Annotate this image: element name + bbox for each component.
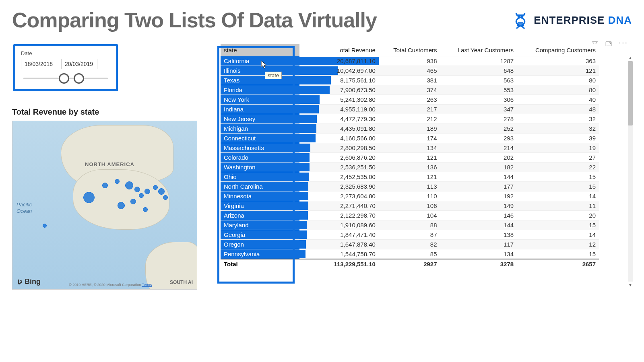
cell-revenue: 4,160,566.00 (299, 134, 378, 143)
cell-last-year-customers: 293 (440, 134, 517, 143)
cell-state: Texas (221, 76, 299, 85)
map-bubble[interactable] (115, 179, 120, 184)
table-row[interactable]: North Carolina2,325,683.9011317715 (221, 182, 599, 191)
table-row[interactable]: Arizona2,122,298.7010414620 (221, 211, 599, 220)
cell-last-year-customers: 553 (440, 85, 517, 95)
cell-comparing-customers: 14 (517, 191, 599, 201)
cell-revenue: 1,544,758.70 (299, 249, 378, 259)
cell-revenue: 2,271,440.70 (299, 201, 378, 211)
table-row[interactable]: Florida7,900,673.5037455380 (221, 85, 599, 95)
table-row[interactable]: Minnesota2,273,604.8011019214 (221, 191, 599, 201)
col-header-state[interactable]: state (221, 44, 299, 56)
col-header-total-customers[interactable]: Total Customers (379, 44, 440, 56)
cell-comparing-customers: 27 (517, 153, 599, 162)
cell-total-customers: 465 (379, 66, 440, 76)
map-terms-link[interactable]: Terms (142, 283, 152, 287)
map-visual[interactable]: NORTH AMERICA SOUTH AI PacificOcean (12, 121, 197, 290)
cell-comparing-customers: 19 (517, 143, 599, 153)
map-bubble[interactable] (43, 224, 47, 228)
total-revenue: 113,229,551.10 (299, 259, 378, 269)
cell-total-customers: 136 (379, 162, 440, 172)
cell-comparing-customers: 80 (517, 85, 599, 95)
table-row[interactable]: Virginia2,271,440.7010614911 (221, 201, 599, 211)
cell-comparing-customers: 15 (517, 249, 599, 259)
map-bubble[interactable] (102, 183, 108, 188)
cell-revenue: 1,847,471.40 (299, 230, 378, 240)
table-row[interactable]: Colorado2,606,876.2012120227 (221, 153, 599, 162)
map-bubble[interactable] (144, 189, 150, 194)
cell-comparing-customers: 15 (517, 220, 599, 230)
date-from-input[interactable]: 18/03/2018 (21, 59, 57, 69)
table-scrollbar[interactable]: ▲ ▼ (628, 61, 633, 282)
map-bubble[interactable] (153, 185, 158, 190)
cell-total-customers: 212 (379, 114, 440, 124)
map-bubble[interactable] (130, 199, 136, 204)
map-bubble[interactable] (134, 187, 140, 192)
date-to-input[interactable]: 20/03/2019 (61, 59, 97, 69)
table-row[interactable]: Georgia1,847,471.408713814 (221, 230, 599, 240)
cell-state: Maryland (221, 220, 299, 230)
table-row[interactable]: California20,687,811.109381287363 (221, 56, 599, 66)
date-slicer[interactable]: Date 18/03/2018 20/03/2019 (13, 44, 118, 91)
table-row[interactable]: Ohio2,452,535.0012114415 (221, 172, 599, 182)
cell-last-year-customers: 252 (440, 124, 517, 134)
cell-last-year-customers: 347 (440, 105, 517, 114)
map-bubble[interactable] (139, 193, 144, 198)
cell-total-customers: 110 (379, 191, 440, 201)
cell-last-year-customers: 146 (440, 211, 517, 220)
cell-revenue: 2,536,251.50 (299, 162, 378, 172)
map-bubble[interactable] (143, 207, 148, 212)
cell-total-customers: 174 (379, 134, 440, 143)
col-header-last-year-customers[interactable]: Last Year Customers (440, 44, 517, 56)
cell-state: Florida (221, 85, 299, 95)
cell-comparing-customers: 22 (517, 162, 599, 172)
north-america-label: NORTH AMERICA (85, 161, 134, 167)
table-row[interactable]: Oregon1,647,878.408211712 (221, 240, 599, 249)
col-header-comparing-customers[interactable]: Comparing Customers (517, 44, 599, 56)
cell-state: New York (221, 95, 299, 105)
cell-revenue: 7,900,673.50 (299, 85, 378, 95)
ocean-label: PacificOcean (17, 202, 32, 214)
map-bubble[interactable] (158, 188, 165, 195)
slider-handle-from[interactable] (59, 73, 69, 84)
cell-comparing-customers: 15 (517, 172, 599, 182)
cell-revenue: 4,472,779.30 (299, 114, 378, 124)
cell-revenue: 2,800,298.50 (299, 143, 378, 153)
table-row[interactable]: Connecticut4,160,566.0017429339 (221, 134, 599, 143)
slider-handle-to[interactable] (74, 73, 84, 84)
map-bubble[interactable] (118, 202, 125, 209)
table-total-row: Total 113,229,551.10 2927 3278 2657 (221, 259, 599, 269)
cell-total-customers: 106 (379, 201, 440, 211)
map-bubble[interactable] (125, 181, 133, 189)
table-row[interactable]: New York5,241,302.8026330640 (221, 95, 599, 105)
cell-revenue: 5,241,302.80 (299, 95, 378, 105)
total-label: Total (221, 259, 299, 269)
cell-total-customers: 82 (379, 240, 440, 249)
cell-last-year-customers: 149 (440, 201, 517, 211)
scroll-down-icon[interactable]: ▼ (628, 283, 633, 287)
cell-state: Minnesota (221, 191, 299, 201)
table-row[interactable]: Maryland1,910,089.608814415 (221, 220, 599, 230)
table-row[interactable]: Indiana4,955,119.0021734748 (221, 105, 599, 114)
map-bubble[interactable] (163, 195, 168, 200)
table-row[interactable]: Pennsylvania1,544,758.708513415 (221, 249, 599, 259)
scroll-up-icon[interactable]: ▲ (628, 56, 633, 60)
cell-comparing-customers: 121 (517, 66, 599, 76)
date-slider[interactable] (21, 73, 110, 84)
cell-comparing-customers: 48 (517, 105, 599, 114)
cell-comparing-customers: 14 (517, 230, 599, 240)
col-header-revenue[interactable]: otal Revenue (299, 44, 378, 56)
scroll-thumb[interactable] (628, 61, 633, 125)
table-row[interactable]: New Jersey4,472,779.3021227832 (221, 114, 599, 124)
cell-revenue: 2,122,298.70 (299, 211, 378, 220)
focus-mode-icon[interactable] (605, 40, 612, 47)
date-slicer-label: Date (21, 50, 110, 56)
map-bubble[interactable] (83, 192, 95, 203)
table-row[interactable]: Massachusetts2,800,298.5013421419 (221, 143, 599, 153)
cell-revenue: 4,955,119.00 (299, 105, 378, 114)
cell-last-year-customers: 192 (440, 191, 517, 201)
more-options-icon[interactable]: ··· (619, 40, 628, 47)
cell-comparing-customers: 32 (517, 114, 599, 124)
table-row[interactable]: Michigan4,435,091.8018925232 (221, 124, 599, 134)
table-row[interactable]: Washington2,536,251.5013618222 (221, 162, 599, 172)
